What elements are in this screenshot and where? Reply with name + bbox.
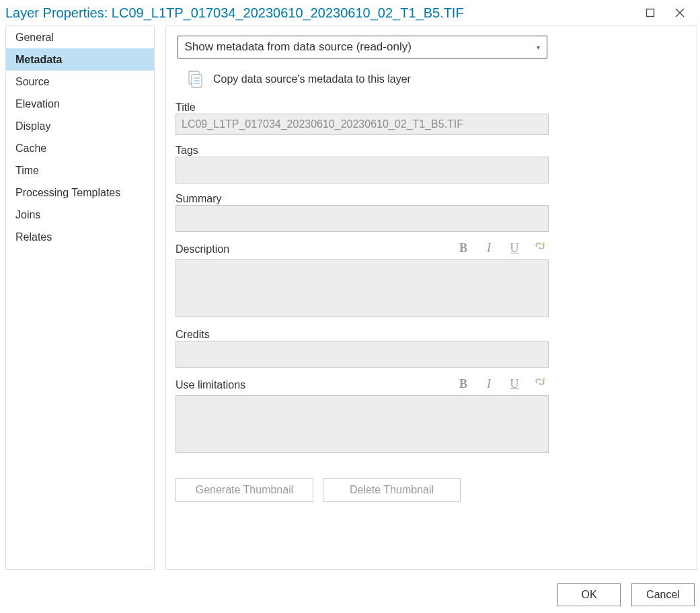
svg-rect-0 — [647, 9, 654, 17]
credits-input[interactable] — [176, 341, 549, 368]
title-prefix: Layer Properties: — [5, 5, 112, 20]
tags-input[interactable] — [176, 157, 549, 183]
sidebar-item-general[interactable]: General — [6, 26, 154, 48]
dialog-footer: OK Cancel — [3, 570, 697, 606]
sidebar: General Metadata Source Elevation Displa… — [5, 26, 155, 570]
chevron-down-icon: ▾ — [537, 44, 540, 51]
underline-button[interactable]: U — [508, 241, 520, 255]
sidebar-item-source[interactable]: Source — [6, 71, 154, 93]
close-icon — [675, 8, 685, 17]
link-icon — [534, 377, 546, 386]
description-format-toolbar: B I U — [457, 241, 549, 255]
title-layer-name: LC09_L1TP_017034_20230610_20230610_02_T1… — [112, 5, 464, 20]
summary-input[interactable] — [176, 205, 549, 232]
copy-metadata-icon[interactable] — [185, 69, 205, 89]
ok-button[interactable]: OK — [557, 583, 621, 606]
window-title: Layer Properties: LC09_L1TP_017034_20230… — [5, 5, 464, 21]
italic-button[interactable]: I — [483, 377, 495, 391]
sidebar-item-time[interactable]: Time — [6, 159, 154, 181]
summary-label: Summary — [176, 193, 549, 205]
metadata-panel: Show metadata from data source (read-onl… — [165, 26, 697, 570]
sidebar-item-display[interactable]: Display — [6, 115, 154, 137]
link-button[interactable] — [534, 241, 546, 255]
link-button[interactable] — [534, 377, 546, 391]
sidebar-item-joins[interactable]: Joins — [6, 204, 154, 226]
delete-thumbnail-button[interactable]: Delete Thumbnail — [323, 478, 461, 502]
italic-button[interactable]: I — [483, 241, 495, 255]
svg-point-9 — [543, 378, 545, 381]
cancel-button[interactable]: Cancel — [631, 583, 695, 606]
title-input[interactable] — [176, 114, 549, 135]
sidebar-item-metadata[interactable]: Metadata — [6, 48, 154, 71]
bold-button[interactable]: B — [457, 377, 469, 391]
sidebar-item-elevation[interactable]: Elevation — [6, 93, 154, 115]
description-input[interactable] — [176, 259, 549, 317]
sidebar-item-processing-templates[interactable]: Processing Templates — [6, 181, 154, 204]
titlebar: Layer Properties: LC09_L1TP_017034_20230… — [3, 0, 697, 26]
description-label: Description — [176, 243, 229, 255]
copy-metadata-label: Copy data source's metadata to this laye… — [213, 73, 411, 85]
uselimit-label: Use limitations — [176, 379, 245, 391]
maximize-button[interactable] — [635, 2, 665, 24]
uselimit-input[interactable] — [176, 395, 549, 453]
generate-thumbnail-button[interactable]: Generate Thumbnail — [176, 478, 313, 502]
underline-button[interactable]: U — [508, 377, 520, 391]
close-button[interactable] — [665, 2, 695, 24]
svg-point-8 — [543, 243, 545, 245]
uselimit-format-toolbar: B I U — [457, 377, 549, 391]
credits-label: Credits — [176, 329, 549, 341]
sidebar-item-relates[interactable]: Relates — [6, 226, 154, 248]
metadata-mode-value: Show metadata from data source (read-onl… — [185, 40, 412, 54]
tags-label: Tags — [176, 145, 549, 157]
link-icon — [534, 241, 546, 251]
maximize-icon — [646, 8, 655, 17]
metadata-mode-dropdown[interactable]: Show metadata from data source (read-onl… — [178, 36, 547, 58]
title-label: Title — [176, 101, 549, 114]
sidebar-item-cache[interactable]: Cache — [6, 137, 154, 159]
bold-button[interactable]: B — [457, 241, 469, 255]
